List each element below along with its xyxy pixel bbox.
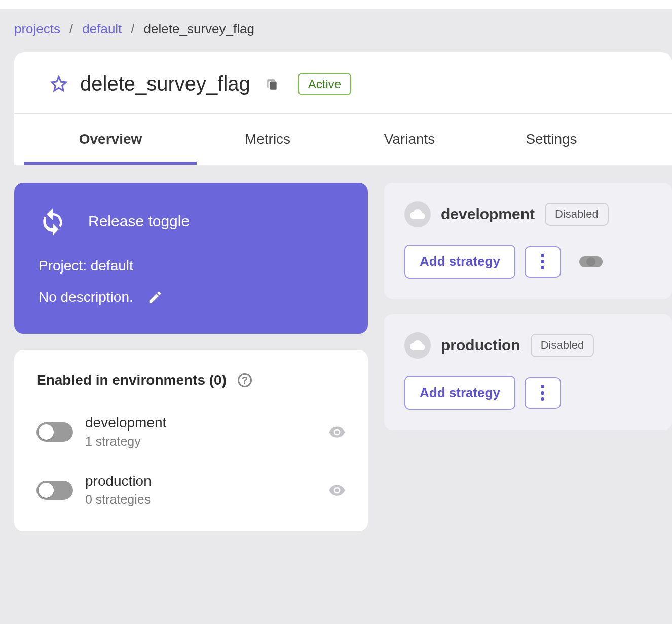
cloud-icon — [404, 201, 431, 227]
flag-title: delete_survey_flag — [80, 72, 250, 95]
star-icon[interactable] — [50, 75, 68, 93]
tab-overview[interactable]: Overview — [24, 114, 197, 165]
env-sub: 0 strategies — [85, 492, 316, 507]
env-list-item: development 1 strategy — [36, 403, 346, 461]
tab-variants[interactable]: Variants — [339, 114, 480, 165]
env-mini-toggle[interactable] — [579, 256, 603, 267]
env-toggle-development[interactable] — [36, 422, 73, 442]
env-panel-name: development — [441, 206, 535, 223]
more-button[interactable] — [525, 377, 561, 409]
add-strategy-button[interactable]: Add strategy — [404, 245, 515, 279]
env-panel-development: development Disabled Add strategy — [384, 183, 672, 299]
env-status-pill: Disabled — [531, 334, 594, 357]
breadcrumb-default[interactable]: default — [82, 21, 122, 37]
env-panel-name: production — [441, 337, 520, 354]
breadcrumb-sep: / — [69, 21, 73, 37]
tab-settings[interactable]: Settings — [480, 114, 622, 165]
breadcrumb: projects / default / delete_survey_flag — [0, 9, 672, 52]
dots-icon — [541, 385, 544, 401]
svg-rect-0 — [270, 81, 276, 89]
env-sub: 1 strategy — [85, 434, 316, 449]
status-badge: Active — [298, 73, 351, 95]
tab-metrics[interactable]: Metrics — [197, 114, 339, 165]
copy-icon[interactable] — [266, 76, 279, 92]
release-toggle-label: Release toggle — [88, 213, 190, 230]
env-name: production — [85, 473, 316, 489]
env-panel-production: production Disabled Add strategy — [384, 314, 672, 430]
description-text: No description. — [39, 289, 133, 305]
project-line: Project: default — [39, 258, 344, 274]
breadcrumb-sep: / — [131, 21, 134, 37]
release-toggle-card: Release toggle Project: default No descr… — [14, 183, 368, 334]
env-status-pill: Disabled — [545, 203, 609, 226]
dots-icon — [541, 254, 544, 269]
flag-header: delete_survey_flag Active — [14, 52, 672, 114]
enabled-environments-title: Enabled in environments (0) — [36, 372, 227, 388]
env-list-item: production 0 strategies — [36, 461, 346, 519]
tabs: Overview Metrics Variants Settings — [14, 114, 672, 165]
add-strategy-button[interactable]: Add strategy — [404, 376, 515, 410]
eye-icon[interactable] — [328, 423, 346, 441]
more-button[interactable] — [525, 246, 561, 278]
env-name: development — [85, 415, 316, 431]
help-icon[interactable]: ? — [238, 373, 252, 387]
breadcrumb-projects[interactable]: projects — [14, 21, 60, 37]
eye-icon[interactable] — [328, 482, 346, 499]
edit-icon[interactable] — [147, 290, 163, 305]
env-toggle-production[interactable] — [36, 481, 73, 500]
breadcrumb-current: delete_survey_flag — [144, 21, 254, 37]
flag-card: delete_survey_flag Active Overview Metri… — [14, 52, 672, 165]
cycle-icon — [39, 207, 67, 236]
cloud-icon — [404, 332, 431, 359]
enabled-environments-card: Enabled in environments (0) ? developmen… — [14, 350, 368, 531]
